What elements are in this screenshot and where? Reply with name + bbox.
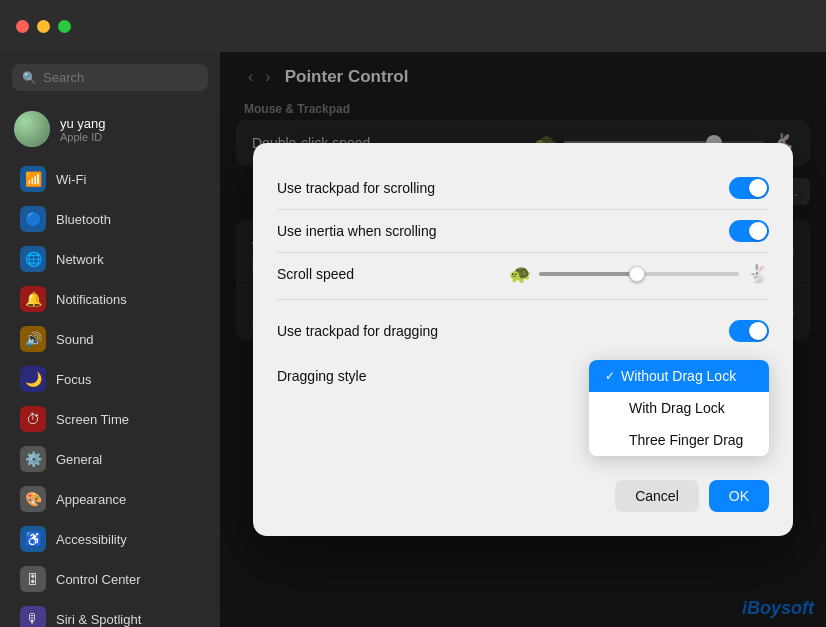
scroll-slow-icon: 🐢	[509, 263, 531, 285]
modal-dialog: Use trackpad for scrolling Use inertia w…	[253, 143, 793, 536]
control-center-icon: 🎛	[20, 566, 46, 592]
sidebar-item-notifications[interactable]: 🔔 Notifications	[6, 279, 214, 319]
trackpad-scrolling-toggle[interactable]	[729, 177, 769, 199]
inertia-scrolling-label: Use inertia when scrolling	[277, 223, 437, 239]
user-name: yu yang	[60, 116, 106, 131]
sidebar-item-label: Accessibility	[56, 532, 127, 547]
modal-row-trackpad-scrolling: Use trackpad for scrolling	[277, 167, 769, 210]
modal-row-inertia-scrolling: Use inertia when scrolling	[277, 210, 769, 253]
sidebar-item-sound[interactable]: 🔊 Sound	[6, 319, 214, 359]
general-icon: ⚙️	[20, 446, 46, 472]
dragging-toggle[interactable]	[729, 320, 769, 342]
appearance-icon: 🎨	[20, 486, 46, 512]
sidebar-item-label: Appearance	[56, 492, 126, 507]
sidebar-item-label: Wi-Fi	[56, 172, 86, 187]
sidebar-item-label: Network	[56, 252, 104, 267]
cancel-button[interactable]: Cancel	[615, 480, 699, 512]
sidebar-item-label: Screen Time	[56, 412, 129, 427]
sidebar-item-label: Sound	[56, 332, 94, 347]
inertia-scrolling-toggle[interactable]	[729, 220, 769, 242]
dragging-style-row: Dragging style ✓ Without Drag Lock With …	[277, 352, 769, 464]
sidebar-item-siri[interactable]: 🎙 Siri & Spotlight	[6, 599, 214, 627]
ok-button[interactable]: OK	[709, 480, 769, 512]
screentime-icon: ⏱	[20, 406, 46, 432]
avatar	[14, 111, 50, 147]
sidebar-item-label: Control Center	[56, 572, 141, 587]
sidebar-item-accessibility[interactable]: ♿ Accessibility	[6, 519, 214, 559]
main-content: ‹ › Pointer Control Mouse & Trackpad Dou…	[220, 52, 826, 627]
dropdown-item-label: Without Drag Lock	[621, 368, 736, 384]
sidebar-item-focus[interactable]: 🌙 Focus	[6, 359, 214, 399]
scroll-speed-label: Scroll speed	[277, 266, 354, 282]
maximize-button[interactable]	[58, 20, 71, 33]
user-profile[interactable]: yu yang Apple ID	[0, 103, 220, 159]
sidebar-item-label: Focus	[56, 372, 91, 387]
search-input[interactable]	[43, 70, 198, 85]
checkmark-icon: ✓	[605, 369, 615, 383]
sidebar-item-screentime[interactable]: ⏱ Screen Time	[6, 399, 214, 439]
modal-footer: Cancel OK	[277, 480, 769, 512]
sidebar-item-general[interactable]: ⚙️ General	[6, 439, 214, 479]
notifications-icon: 🔔	[20, 286, 46, 312]
dragging-label: Use trackpad for dragging	[277, 323, 438, 339]
dropdown-item-three-finger-drag[interactable]: Three Finger Drag	[589, 424, 769, 456]
user-info: yu yang Apple ID	[60, 116, 106, 143]
dropdown-item-with-drag-lock[interactable]: With Drag Lock	[589, 392, 769, 424]
app-body: 🔍 yu yang Apple ID 📶 Wi-Fi 🔵 Bluetooth 🌐…	[0, 52, 826, 627]
dropdown-container: ✓ Without Drag Lock With Drag Lock Three…	[589, 360, 769, 456]
modal-overlay: Use trackpad for scrolling Use inertia w…	[220, 52, 826, 627]
accessibility-icon: ♿	[20, 526, 46, 552]
sidebar-item-label: Bluetooth	[56, 212, 111, 227]
sidebar: 🔍 yu yang Apple ID 📶 Wi-Fi 🔵 Bluetooth 🌐…	[0, 52, 220, 627]
scroll-fast-icon: 🐇	[747, 263, 769, 285]
sidebar-item-label: General	[56, 452, 102, 467]
network-icon: 🌐	[20, 246, 46, 272]
search-box[interactable]: 🔍	[12, 64, 208, 91]
trackpad-scrolling-label: Use trackpad for scrolling	[277, 180, 435, 196]
focus-icon: 🌙	[20, 366, 46, 392]
sidebar-item-label: Siri & Spotlight	[56, 612, 141, 627]
dropdown-item-without-drag-lock[interactable]: ✓ Without Drag Lock	[589, 360, 769, 392]
sidebar-item-label: Notifications	[56, 292, 127, 307]
close-button[interactable]	[16, 20, 29, 33]
scroll-speed-slider-container: 🐢 🐇	[509, 263, 769, 285]
modal-row-scroll-speed: Scroll speed 🐢 🐇	[277, 253, 769, 295]
dragging-style-label: Dragging style	[277, 360, 367, 384]
minimize-button[interactable]	[37, 20, 50, 33]
siri-icon: 🎙	[20, 606, 46, 627]
bluetooth-icon: 🔵	[20, 206, 46, 232]
dropdown-item-label: With Drag Lock	[629, 400, 725, 416]
dropdown-menu[interactable]: ✓ Without Drag Lock With Drag Lock Three…	[589, 360, 769, 456]
scroll-speed-slider[interactable]	[539, 272, 739, 276]
sidebar-item-control-center[interactable]: 🎛 Control Center	[6, 559, 214, 599]
search-icon: 🔍	[22, 71, 37, 85]
sidebar-item-wifi[interactable]: 📶 Wi-Fi	[6, 159, 214, 199]
dragging-row: Use trackpad for dragging	[277, 310, 769, 352]
sidebar-item-bluetooth[interactable]: 🔵 Bluetooth	[6, 199, 214, 239]
title-bar	[0, 0, 826, 52]
wifi-icon: 📶	[20, 166, 46, 192]
user-subtitle: Apple ID	[60, 131, 106, 143]
sound-icon: 🔊	[20, 326, 46, 352]
dropdown-item-label: Three Finger Drag	[629, 432, 743, 448]
sidebar-item-network[interactable]: 🌐 Network	[6, 239, 214, 279]
sidebar-item-appearance[interactable]: 🎨 Appearance	[6, 479, 214, 519]
